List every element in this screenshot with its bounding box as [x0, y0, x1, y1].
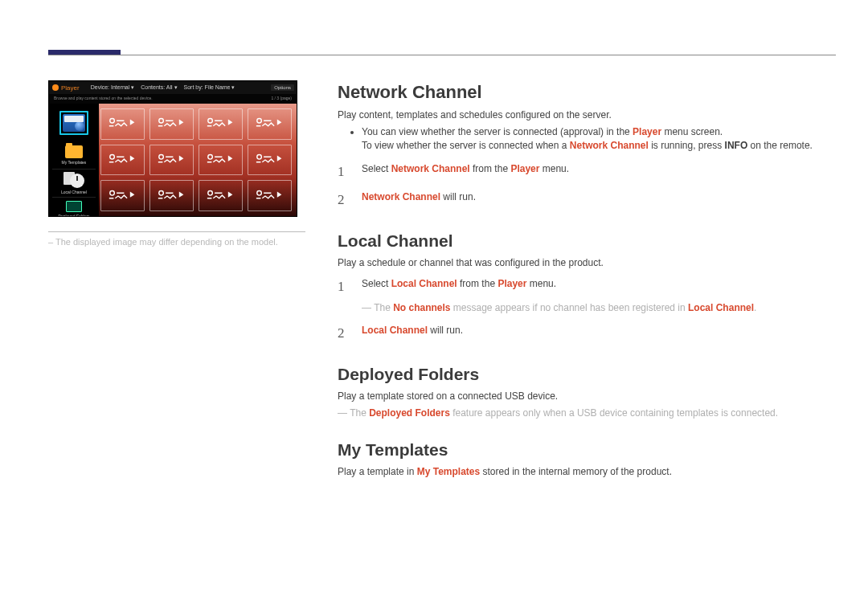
sort-dropdown[interactable]: Sort by: File Name	[184, 84, 235, 91]
local-lead: Play a schedule or channel that was conf…	[338, 257, 836, 268]
network-step-2: 2 Network Channel will run.	[338, 190, 836, 210]
screenshot-sidebar: My Templates Local Channel Deployed Fold…	[49, 104, 99, 216]
screenshot-title: Player	[52, 84, 80, 92]
player-icon	[52, 84, 59, 91]
content-tile[interactable]	[248, 145, 292, 176]
content-tile[interactable]	[248, 108, 292, 140]
svg-point-5	[159, 154, 164, 159]
screenshot-dropdowns: Device: Internal Contents: All Sort by: …	[91, 84, 235, 91]
step-number: 1	[338, 161, 350, 182]
svg-point-9	[159, 190, 164, 195]
svg-point-4	[110, 154, 115, 159]
header-rule	[48, 55, 836, 55]
player-screenshot: Player Device: Internal Contents: All So…	[48, 80, 297, 217]
sidebar-item-network-channel[interactable]	[49, 104, 99, 141]
svg-point-8	[110, 190, 115, 195]
sidebar-label-deployed: Deployed Folders	[58, 214, 89, 217]
sidebar-label-my-templates: My Templates	[62, 160, 87, 165]
heading-local-channel: Local Channel	[338, 231, 836, 251]
heading-my-templates: My Templates	[338, 440, 836, 460]
left-column: Player Device: Internal Contents: All So…	[48, 80, 305, 597]
svg-point-7	[257, 154, 262, 159]
content-tile[interactable]	[100, 108, 145, 140]
svg-point-6	[208, 154, 213, 159]
local-step-2: 2 Local Channel will run.	[338, 323, 836, 344]
network-lead: Play content, templates and schedules co…	[338, 109, 836, 121]
image-disclaimer: The displayed image may differ depending…	[48, 237, 305, 247]
folder-icon	[65, 145, 83, 158]
network-bullet-1: You can view whether the server is conne…	[362, 125, 836, 153]
globe-icon	[63, 114, 85, 132]
content-tile[interactable]	[199, 108, 243, 140]
player-title-text: Player	[61, 84, 80, 92]
sidebar-item-local-channel[interactable]: Local Channel	[49, 170, 99, 197]
deployed-icon	[66, 201, 82, 212]
svg-point-11	[257, 190, 262, 195]
svg-point-3	[257, 119, 262, 124]
screenshot-subbar: Browse and play content stored on the se…	[49, 94, 297, 104]
content-tile[interactable]	[149, 145, 194, 176]
heading-deployed-folders: Deployed Folders	[338, 365, 836, 384]
content-tile[interactable]	[248, 180, 292, 211]
svg-point-0	[110, 119, 115, 124]
step-text: Select Network Channel from the Player m…	[362, 161, 569, 182]
screenshot-body: My Templates Local Channel Deployed Fold…	[49, 104, 297, 216]
disclaimer-rule	[48, 231, 305, 232]
svg-point-2	[208, 119, 213, 124]
subbar-page: 1 / 3 (page)	[271, 96, 292, 102]
step-number: 2	[338, 323, 350, 344]
content-tile[interactable]	[100, 180, 145, 211]
page-content: Player Device: Internal Contents: All So…	[48, 80, 836, 597]
device-dropdown[interactable]: Device: Internal	[91, 84, 135, 91]
content-tile[interactable]	[199, 145, 243, 176]
step-text: Select Local Channel from the Player men…	[362, 276, 556, 297]
step-text: Local Channel will run.	[362, 323, 463, 344]
sidebar-label-local-channel: Local Channel	[61, 190, 87, 194]
content-tile[interactable]	[149, 108, 194, 140]
local-step-1: 1 Select Local Channel from the Player m…	[338, 276, 836, 297]
screenshot-tile-grid	[99, 104, 297, 216]
svg-point-10	[208, 190, 213, 195]
schedule-icon	[63, 172, 84, 188]
step-number: 1	[338, 276, 350, 297]
deployed-note: The Deployed Folders feature appears onl…	[338, 407, 836, 420]
network-bullets: You can view whether the server is conne…	[362, 125, 836, 153]
step-text: Network Channel will run.	[362, 190, 476, 210]
svg-point-1	[159, 119, 164, 124]
right-column: Network Channel Play content, templates …	[338, 80, 836, 597]
content-tile[interactable]	[149, 180, 194, 211]
selection-highlight	[59, 111, 88, 135]
templates-lead: Play a template in My Templates stored i…	[338, 466, 836, 477]
sidebar-item-deployed-folders[interactable]: Deployed Folders	[49, 198, 99, 217]
subbar-hint: Browse and play content stored on the se…	[54, 96, 153, 102]
step-number: 2	[338, 190, 350, 210]
heading-network-channel: Network Channel	[338, 82, 836, 103]
content-tile[interactable]	[100, 145, 145, 176]
options-button[interactable]: Options	[271, 84, 294, 91]
local-note: The No channels message appears if no ch…	[362, 301, 836, 315]
deployed-lead: Play a template stored on a connected US…	[338, 390, 836, 402]
content-tile[interactable]	[199, 180, 243, 211]
contents-dropdown[interactable]: Contents: All	[141, 84, 177, 91]
network-step-1: 1 Select Network Channel from the Player…	[338, 161, 836, 182]
screenshot-titlebar: Player Device: Internal Contents: All So…	[49, 81, 297, 94]
sidebar-item-my-templates[interactable]: My Templates	[49, 141, 99, 169]
